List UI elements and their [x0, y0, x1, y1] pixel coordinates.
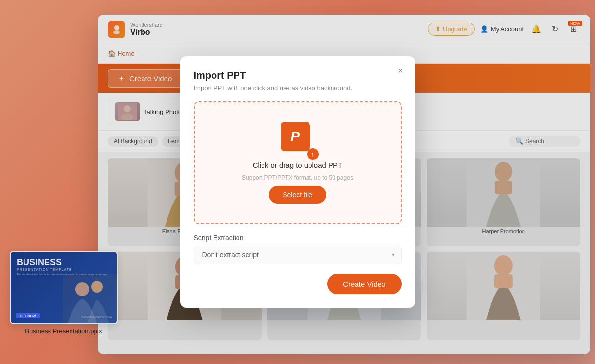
ppt-upload-icon: P ↑	[281, 122, 315, 156]
select-file-label: Select file	[283, 191, 312, 199]
script-select[interactable]: Don't extract script	[194, 246, 402, 264]
upload-arrow-icon: ↑	[307, 148, 319, 160]
modal-close-button[interactable]: ×	[394, 64, 407, 78]
script-select-wrapper: Don't extract script ▾	[194, 246, 402, 264]
script-section-label: Script Extraction	[194, 234, 402, 242]
select-file-button[interactable]: Select file	[269, 186, 326, 204]
script-section: Script Extraction Don't extract script ▾	[194, 234, 402, 264]
modal-overlay: × Import PPT Import PPT with one click a…	[0, 0, 595, 364]
upload-zone[interactable]: P ↑ Click or drag to upload PPT Support.…	[194, 101, 402, 224]
import-ppt-modal: × Import PPT Import PPT with one click a…	[180, 56, 415, 308]
modal-subtitle: Import PPT with one click and use as vid…	[194, 84, 402, 91]
create-video-modal-button[interactable]: Create Video	[327, 274, 401, 294]
script-option-text: Don't extract script	[202, 251, 259, 259]
upload-hint: Support.PPT/PPTX format, up to 50 pages	[242, 174, 353, 181]
ppt-icon-shape: P	[281, 122, 310, 151]
modal-title: Import PPT	[194, 70, 402, 81]
close-icon: ×	[398, 66, 403, 76]
modal-footer: Create Video	[194, 274, 402, 294]
create-video-modal-label: Create Video	[343, 280, 385, 288]
chevron-down-icon: ▾	[392, 251, 395, 258]
upload-text: Click or drag to upload PPT	[253, 161, 342, 169]
